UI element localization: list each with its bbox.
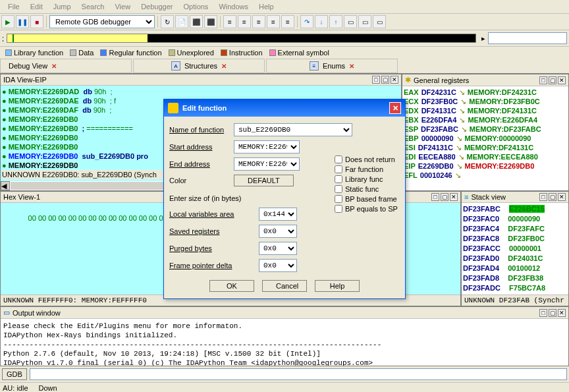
menu-edit[interactable]: Edit	[25, 1, 48, 12]
function-name-input[interactable]: sub_E2269DB0	[234, 123, 352, 136]
stack-title: Stack view	[471, 193, 506, 201]
ok-button[interactable]: OK	[209, 280, 254, 292]
tool-icon[interactable]: ↻	[161, 15, 174, 28]
tool-icon[interactable]: ⬛	[190, 15, 203, 28]
window-btn[interactable]: □	[539, 309, 547, 317]
frame-delta-select[interactable]: 0x0	[259, 259, 297, 272]
does-not-return-checkbox[interactable]: Does not return	[335, 155, 398, 163]
stop-icon[interactable]: ■	[30, 15, 43, 28]
step-into-icon[interactable]: ↓	[315, 15, 328, 28]
name-label: Name of function	[169, 126, 230, 134]
status-bar: GDB AU: idle Down	[0, 366, 569, 392]
dialog-titlebar[interactable]: Edit function ✕	[164, 99, 405, 117]
gdb-button[interactable]: GDB	[2, 368, 27, 380]
address-search-input[interactable]	[488, 32, 567, 44]
bp-equals-sp-checkbox[interactable]: BP equals to SP	[335, 205, 398, 213]
run-icon[interactable]: ▶	[1, 15, 14, 28]
registers-title: General registers	[414, 76, 469, 84]
library-func-checkbox[interactable]: Library func	[335, 175, 398, 183]
far-function-checkbox[interactable]: Far function	[335, 165, 398, 173]
toolbar: ▶ ❚❚ ■ Remote GDB debugger ↻ 📄 ⬛ ⬛ ≡ ≡ ≡…	[0, 14, 569, 30]
registers-pane: ✱ General registers □ ▢ ✕ EAX DF24231C ↘…	[402, 74, 569, 191]
menu-search[interactable]: Search	[76, 1, 110, 12]
structures-icon: A	[171, 61, 180, 70]
bp-frame-checkbox[interactable]: BP based frame	[335, 195, 398, 203]
registers-view[interactable]: EAX DF24231C ↘ MEMORY:DF24231CECX DF23FB…	[402, 86, 568, 190]
close-icon[interactable]: ✕	[349, 63, 354, 70]
saved-regs-label: Saved registers	[169, 227, 255, 235]
menu-bar: File Edit Jump Search View Debugger Opti…	[0, 0, 569, 14]
color-default-button[interactable]: DEFAULT	[234, 175, 294, 186]
start-label: Start address	[169, 143, 230, 151]
tool-icon[interactable]: ▭	[358, 15, 371, 28]
menu-help[interactable]: Help	[254, 1, 279, 12]
window-btn[interactable]: □	[539, 76, 547, 84]
output-pane: ▭ Output window □ ▢ ✕ Please check the E…	[0, 306, 569, 374]
tool-icon[interactable]: ≡	[223, 15, 236, 28]
tool-icon[interactable]: ▭	[373, 15, 386, 28]
address-strip[interactable]	[7, 34, 476, 43]
close-icon[interactable]: ✕	[391, 76, 398, 84]
menu-options[interactable]: Options	[178, 1, 213, 12]
purged-label: Purged bytes	[169, 244, 255, 252]
saved-regs-select[interactable]: 0x0	[259, 225, 297, 238]
tab-debug-view[interactable]: Debug View✕	[0, 59, 132, 73]
window-btn[interactable]: ▢	[549, 76, 556, 84]
step-over-icon[interactable]: ↷	[300, 15, 313, 28]
command-input[interactable]	[30, 368, 567, 380]
window-btn[interactable]: □	[539, 193, 547, 201]
purged-select[interactable]: 0x0	[259, 242, 297, 255]
address-bar: ; ▸	[0, 30, 569, 47]
tab-structures[interactable]: A Structures✕	[133, 59, 265, 73]
local-vars-select[interactable]: 0x144	[259, 208, 297, 221]
close-icon[interactable]: ✕	[389, 102, 401, 114]
pause-icon[interactable]: ❚❚	[16, 15, 29, 28]
registers-icon: ✱	[405, 76, 411, 84]
stack-status: UNKNOWN DF23FAB (Synchr	[462, 294, 568, 306]
tool-icon[interactable]: ⬛	[204, 15, 217, 28]
window-btn[interactable]: ▢	[441, 193, 448, 201]
tab-enums[interactable]: ≡ Enums✕	[266, 59, 398, 73]
window-btn[interactable]: ▢	[549, 309, 556, 317]
step-out-icon[interactable]: ↑	[329, 15, 342, 28]
ida-view-title: IDA View-EIP	[3, 76, 47, 84]
enums-icon: ≡	[310, 61, 319, 70]
hex-title: Hex View-1	[3, 193, 40, 201]
start-address-select[interactable]: MEMORY:E2269DB0	[234, 140, 300, 154]
tool-icon[interactable]: ≡	[281, 15, 294, 28]
cancel-button[interactable]: Cancel	[262, 280, 307, 292]
local-vars-label: Local variables area	[169, 210, 255, 218]
close-icon[interactable]: ✕	[450, 193, 458, 201]
stack-view[interactable]: DF23FABC E226BC15DF23FAC0 00000090DF23FA…	[462, 203, 568, 294]
close-icon[interactable]: ✕	[558, 193, 566, 201]
menu-file[interactable]: File	[3, 1, 25, 12]
debugger-select[interactable]: Remote GDB debugger	[49, 15, 155, 28]
help-button[interactable]: Help	[315, 280, 360, 292]
close-icon[interactable]: ✕	[558, 309, 566, 317]
status-idle: AU: idle	[3, 384, 28, 392]
menu-windows[interactable]: Windows	[213, 1, 254, 12]
close-icon[interactable]: ✕	[51, 63, 57, 70]
legend: Library function Data Regular function U…	[0, 47, 569, 59]
frame-delta-label: Frame pointer delta	[169, 262, 255, 269]
menu-view[interactable]: View	[109, 1, 136, 12]
tool-icon[interactable]: 📄	[175, 15, 188, 28]
window-btn[interactable]: □	[431, 193, 439, 201]
output-icon: ▭	[3, 308, 10, 317]
window-btn[interactable]: ▢	[381, 76, 389, 84]
tool-icon[interactable]: ≡	[252, 15, 265, 28]
tool-icon[interactable]: ≡	[267, 15, 280, 28]
end-label: End address	[169, 160, 230, 168]
window-btn[interactable]: ▢	[549, 193, 556, 201]
close-icon[interactable]: ✕	[558, 76, 566, 84]
end-address-select[interactable]: MEMORY:E2269EF0	[234, 157, 300, 171]
close-icon[interactable]: ✕	[221, 63, 227, 70]
stack-icon: ≡	[464, 193, 468, 201]
menu-debugger[interactable]: Debugger	[136, 1, 178, 12]
tool-icon[interactable]: ▭	[344, 15, 357, 28]
menu-jump[interactable]: Jump	[48, 1, 76, 12]
tool-icon[interactable]: ≡	[238, 15, 251, 28]
output-view[interactable]: Please check the Edit/Plugins menu for m…	[1, 319, 568, 370]
window-btn[interactable]: □	[372, 76, 380, 84]
static-func-checkbox[interactable]: Static func	[335, 185, 398, 193]
